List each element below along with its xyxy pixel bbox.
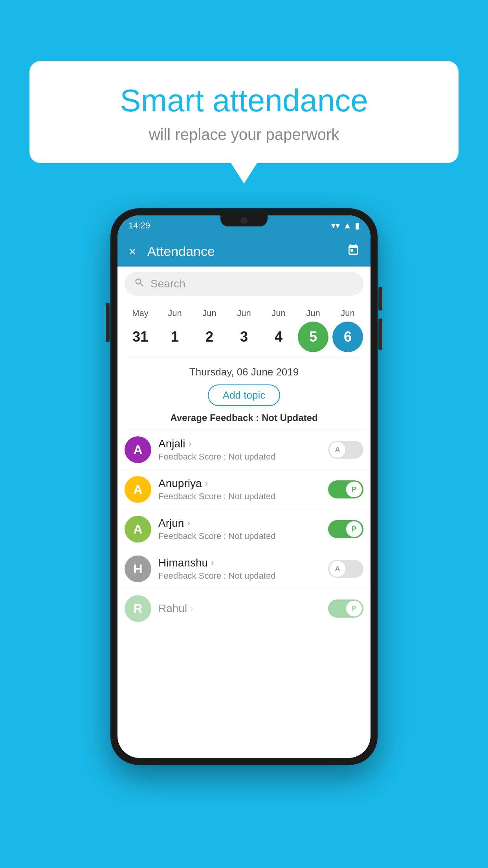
date-1[interactable]: 1 [160,322,190,352]
toggle-thumb-anupriya: P [346,482,362,497]
signal-icon: ▲ [343,221,352,231]
power-button[interactable] [106,303,110,342]
chevron-icon: › [190,603,193,614]
chevron-icon: › [187,518,190,528]
student-row: A Arjun › Feedback Score : Not updated P [117,509,371,549]
student-list: A Anjali › Feedback Score : Not updated … [117,430,371,629]
selected-date-label: Thursday, 06 June 2019 [125,366,363,378]
phone-wrapper: 14:29 ▾▾ ▲ ▮ × Attendance [110,208,378,765]
toggle-thumb-anjali: A [330,442,345,458]
feedback-score-himanshu: Feedback Score : Not updated [158,571,321,581]
avatar-anupriya: A [125,476,151,503]
search-box[interactable]: Search [125,272,363,296]
phone-outer: 14:29 ▾▾ ▲ ▮ × Attendance [110,208,378,765]
avg-feedback: Average Feedback : Not Updated [125,412,363,423]
month-5: Jun [298,308,328,318]
phone-camera [240,217,248,224]
attendance-toggle-anjali[interactable]: A [328,441,363,459]
status-time: 14:29 [128,221,150,231]
battery-icon: ▮ [355,221,360,231]
student-row-partial: R Rahul › P [117,589,371,629]
toggle-thumb-himanshu: A [330,561,345,577]
volume-down-button[interactable] [378,318,382,350]
student-name-himanshu[interactable]: Himanshu › [158,557,321,569]
close-button[interactable]: × [128,244,136,259]
date-6-selected[interactable]: 6 [332,322,363,352]
avatar-partial: R [125,595,151,622]
student-row: A Anjali › Feedback Score : Not updated … [117,430,371,470]
search-icon [134,277,145,291]
phone-screen: 14:29 ▾▾ ▲ ▮ × Attendance [117,215,371,758]
chevron-icon: › [211,558,214,568]
student-name-anupriya[interactable]: Anupriya › [158,477,321,490]
month-1: Jun [160,308,190,318]
student-info-arjun: Arjun › Feedback Score : Not updated [158,517,321,541]
avg-feedback-value: Not Updated [262,412,318,423]
chevron-icon: › [205,478,208,489]
chevron-icon: › [188,439,191,449]
feedback-score-anupriya: Feedback Score : Not updated [158,491,321,502]
months-row: May Jun Jun Jun Jun Jun Jun [123,308,365,318]
avatar-himanshu: H [125,555,151,582]
date-3[interactable]: 3 [229,322,259,352]
student-info-anjali: Anjali › Feedback Score : Not updated [158,438,321,462]
student-row: H Himanshu › Feedback Score : Not update… [117,549,371,589]
month-6: Jun [332,308,363,318]
student-name-arjun[interactable]: Arjun › [158,517,321,530]
calendar-icon[interactable] [347,244,360,259]
search-container: Search [117,267,371,301]
search-placeholder: Search [150,278,185,290]
add-topic-button[interactable]: Add topic [208,384,280,406]
speech-bubble: Smart attendance will replace your paper… [29,61,459,163]
volume-up-button[interactable] [378,287,382,311]
calendar-section: May Jun Jun Jun Jun Jun Jun 31 1 2 3 4 5… [117,301,371,358]
speech-bubble-subtitle: will replace your paperwork [53,126,435,143]
student-info-himanshu: Himanshu › Feedback Score : Not updated [158,557,321,581]
wifi-icon: ▾▾ [331,221,340,231]
feedback-score-arjun: Feedback Score : Not updated [158,531,321,541]
top-bar: × Attendance [117,236,371,267]
avatar-anjali: A [125,436,151,463]
attendance-toggle-arjun[interactable]: P [328,520,363,538]
toggle-thumb-arjun: P [346,521,362,537]
date-4[interactable]: 4 [263,322,294,352]
month-2: Jun [194,308,225,318]
date-2[interactable]: 2 [194,322,225,352]
dates-row: 31 1 2 3 4 5 6 [123,322,365,358]
student-info-partial: Rahul › [158,602,321,615]
speech-bubble-title: Smart attendance [53,83,435,119]
student-name-partial: Rahul › [158,602,321,615]
toggle-thumb-partial: P [346,601,362,616]
month-3: Jun [229,308,259,318]
avatar-arjun: A [125,516,151,542]
student-info-anupriya: Anupriya › Feedback Score : Not updated [158,477,321,502]
date-31[interactable]: 31 [125,322,156,352]
status-icons: ▾▾ ▲ ▮ [331,221,360,231]
attendance-toggle-partial[interactable]: P [328,600,363,618]
date-info-section: Thursday, 06 June 2019 Add topic Average… [117,358,371,430]
attendance-toggle-himanshu[interactable]: A [328,560,363,578]
avg-feedback-label: Average Feedback : [170,412,259,423]
student-row: A Anupriya › Feedback Score : Not update… [117,470,371,509]
date-5-today[interactable]: 5 [298,322,328,352]
month-0: May [125,308,156,318]
page-title: Attendance [147,244,347,259]
month-4: Jun [263,308,294,318]
attendance-toggle-anupriya[interactable]: P [328,480,363,498]
student-name-anjali[interactable]: Anjali › [158,438,321,450]
feedback-score-anjali: Feedback Score : Not updated [158,452,321,462]
